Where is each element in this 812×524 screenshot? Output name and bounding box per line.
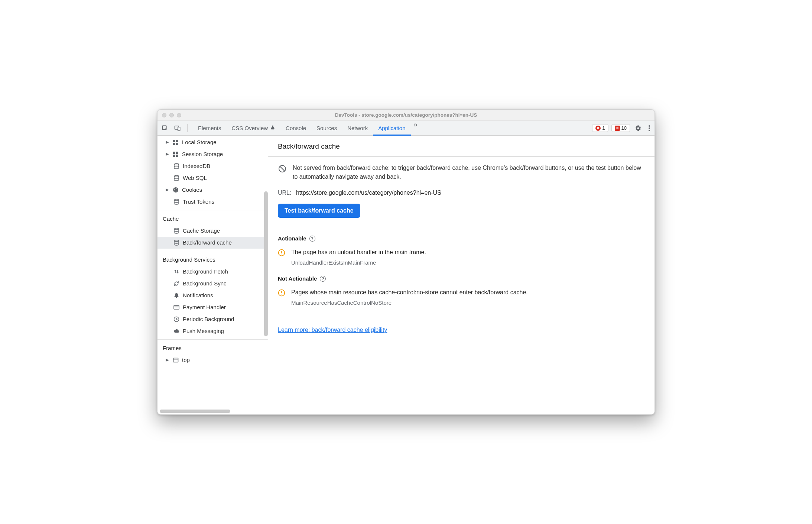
sidebar-item-label: Notifications [183, 291, 213, 300]
toolbar-divider [187, 124, 188, 132]
bfcache-status-text: Not served from back/forward cache: to t… [293, 164, 645, 181]
group-label: Not Actionable [278, 275, 317, 282]
svg-rect-29 [281, 291, 282, 293]
svg-point-18 [174, 199, 179, 201]
sidebar-item-cache-storage[interactable]: Cache Storage [157, 225, 268, 237]
tab-sources[interactable]: Sources [311, 121, 342, 135]
sidebar-separator [157, 339, 268, 340]
sidebar-item-label: Back/forward cache [183, 238, 232, 247]
tab-console[interactable]: Console [280, 121, 311, 135]
sidebar-item-cookies[interactable]: ▶ Cookies [157, 184, 268, 196]
sidebar-item-label: Web SQL [183, 174, 207, 182]
sidebar-item-background-fetch[interactable]: Background Fetch [157, 266, 268, 278]
group-label: Actionable [278, 235, 306, 242]
sidebar-item-payment-handler[interactable]: Payment Handler [157, 301, 268, 313]
learn-more-link[interactable]: Learn more: back/forward cache eligibili… [278, 327, 387, 333]
not-allowed-icon [278, 164, 287, 173]
svg-rect-8 [176, 152, 178, 154]
database-icon [173, 198, 180, 205]
sync-icon [173, 280, 180, 287]
svg-point-13 [173, 187, 178, 193]
titlebar: DevTools - store.google.com/us/category/… [157, 110, 655, 121]
expand-icon: ▶ [166, 151, 169, 158]
sidebar-item-label: Trust Tokens [183, 197, 214, 206]
inspect-element-icon[interactable] [160, 123, 170, 133]
main-toolbar: Elements CSS Overview Console Sources Ne… [157, 121, 655, 136]
more-tabs-button[interactable]: » [411, 121, 420, 135]
minimize-window-button[interactable] [169, 113, 174, 117]
database-icon [173, 175, 180, 181]
url-label: URL: [278, 190, 291, 196]
issue-counter[interactable]: ✕ 10 [611, 124, 630, 132]
main-split: ▶ Local Storage ▶ Session Storage Indexe… [157, 136, 655, 414]
svg-rect-10 [176, 155, 178, 157]
svg-rect-2 [178, 127, 180, 131]
error-counter[interactable]: ✕ 1 [592, 124, 608, 132]
svg-point-14 [174, 189, 175, 190]
sidebar-item-label: Session Storage [182, 150, 223, 159]
sidebar-vertical-scrollbar[interactable] [264, 191, 268, 336]
device-toolbar-icon[interactable] [172, 123, 183, 133]
tab-label: CSS Overview [232, 125, 268, 131]
devtools-window: DevTools - store.google.com/us/category/… [157, 109, 655, 415]
cloud-icon [173, 328, 180, 334]
help-icon[interactable]: ? [309, 236, 315, 242]
sidebar-item-web-sql[interactable]: Web SQL [157, 172, 268, 184]
issue-code: MainResourceHasCacheControlNoStore [291, 300, 528, 306]
issue-item: Pages whose main resource has cache-cont… [278, 289, 645, 306]
sidebar-item-push-messaging[interactable]: Push Messaging [157, 325, 268, 337]
settings-icon[interactable] [633, 123, 643, 133]
sidebar-item-label: Push Messaging [183, 327, 224, 336]
database-icon [173, 227, 180, 234]
sidebar-item-session-storage[interactable]: ▶ Session Storage [157, 148, 268, 160]
sidebar-item-label: Background Sync [183, 279, 227, 288]
error-icon: ✕ [595, 126, 601, 131]
credit-card-icon [173, 304, 180, 311]
sidebar-section-background-services: Background Services [157, 253, 268, 266]
test-bfcache-button[interactable]: Test back/forward cache [278, 204, 360, 218]
svg-point-17 [174, 191, 175, 191]
sidebar-item-local-storage[interactable]: ▶ Local Storage [157, 136, 268, 148]
svg-rect-6 [176, 143, 178, 145]
expand-icon: ▶ [166, 357, 169, 363]
issue-icon: ✕ [615, 126, 620, 131]
window-controls [162, 113, 181, 117]
issue-item: The page has an unload handler in the ma… [278, 249, 645, 266]
sidebar-item-periodic-background[interactable]: Periodic Background [157, 313, 268, 325]
expand-icon: ▶ [166, 187, 169, 193]
help-icon[interactable]: ? [320, 276, 326, 282]
zoom-window-button[interactable] [177, 113, 181, 117]
sidebar-item-label: Background Fetch [183, 267, 228, 276]
sidebar-horizontal-scrollbar[interactable] [160, 410, 230, 413]
svg-point-20 [174, 240, 179, 242]
close-window-button[interactable] [162, 113, 166, 117]
sidebar-item-indexeddb[interactable]: IndexedDB [157, 160, 268, 172]
svg-rect-23 [173, 358, 178, 362]
svg-rect-4 [176, 140, 178, 142]
sidebar-item-trust-tokens[interactable]: Trust Tokens [157, 196, 268, 208]
sidebar-section-frames: Frames [157, 342, 268, 354]
tab-elements[interactable]: Elements [193, 121, 227, 135]
svg-rect-9 [173, 155, 175, 157]
svg-rect-3 [173, 140, 175, 142]
svg-rect-27 [281, 254, 282, 255]
sidebar-item-background-sync[interactable]: Background Sync [157, 278, 268, 290]
transfer-icon [173, 268, 180, 275]
issue-count: 10 [621, 125, 627, 131]
frame-icon [172, 357, 179, 363]
more-options-button[interactable] [646, 123, 652, 133]
tab-label: Network [347, 125, 368, 131]
application-sidebar: ▶ Local Storage ▶ Session Storage Indexe… [157, 136, 268, 414]
bfcache-status-block: Not served from back/forward cache: to t… [268, 157, 655, 227]
svg-rect-5 [173, 143, 175, 145]
sidebar-item-label: Payment Handler [183, 303, 226, 312]
warning-icon [278, 289, 285, 297]
tab-application[interactable]: Application [373, 121, 410, 135]
svg-rect-30 [281, 294, 282, 295]
tab-network[interactable]: Network [342, 121, 373, 135]
sidebar-item-bfcache[interactable]: Back/forward cache [157, 237, 268, 249]
sidebar-item-notifications[interactable]: Notifications [157, 290, 268, 301]
tab-css-overview[interactable]: CSS Overview [227, 121, 281, 135]
tab-label: Console [286, 125, 306, 131]
sidebar-item-frame-top[interactable]: ▶ top [157, 354, 268, 366]
